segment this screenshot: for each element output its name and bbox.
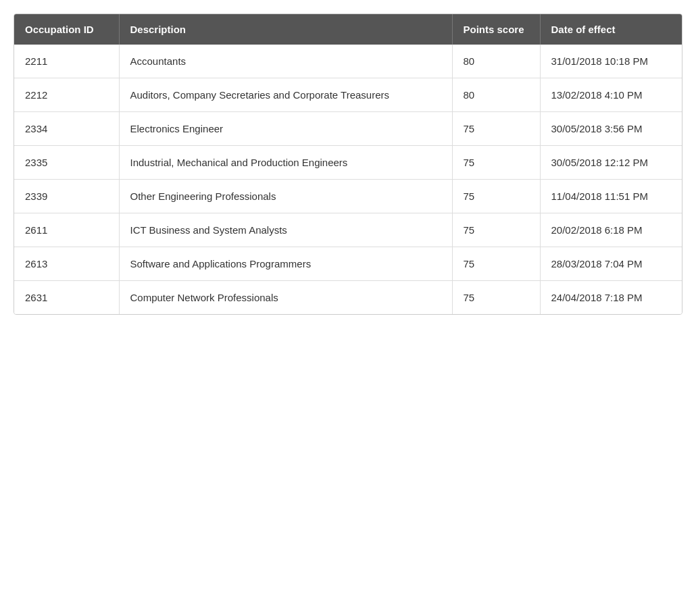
table-row: 2335Industrial, Mechanical and Productio… (14, 146, 682, 180)
header-occupation-id: Occupation ID (14, 14, 119, 45)
header-date-of-effect: Date of effect (540, 14, 682, 45)
table-row: 2631Computer Network Professionals7524/0… (14, 281, 682, 315)
cell-occupation-id: 2211 (14, 45, 119, 78)
cell-points-score: 75 (452, 281, 540, 315)
cell-date-of-effect: 28/03/2018 7:04 PM (540, 247, 682, 281)
cell-date-of-effect: 11/04/2018 11:51 PM (540, 180, 682, 213)
cell-date-of-effect: 13/02/2018 4:10 PM (540, 78, 682, 112)
table-row: 2212Auditors, Company Secretaries and Co… (14, 78, 682, 112)
table-row: 2611ICT Business and System Analysts7520… (14, 213, 682, 247)
cell-occupation-id: 2212 (14, 78, 119, 112)
table-row: 2211Accountants8031/01/2018 10:18 PM (14, 45, 682, 78)
table-header-row: Occupation ID Description Points score D… (14, 14, 682, 45)
cell-description: ICT Business and System Analysts (119, 213, 452, 247)
cell-points-score: 80 (452, 78, 540, 112)
table-body: 2211Accountants8031/01/2018 10:18 PM2212… (14, 45, 682, 314)
cell-points-score: 75 (452, 213, 540, 247)
cell-occupation-id: 2335 (14, 146, 119, 180)
cell-occupation-id: 2334 (14, 112, 119, 146)
cell-date-of-effect: 24/04/2018 7:18 PM (540, 281, 682, 315)
cell-date-of-effect: 31/01/2018 10:18 PM (540, 45, 682, 78)
table-row: 2334Electronics Engineer7530/05/2018 3:5… (14, 112, 682, 146)
cell-description: Other Engineering Professionals (119, 180, 452, 213)
table-row: 2613Software and Applications Programmer… (14, 247, 682, 281)
cell-points-score: 75 (452, 247, 540, 281)
cell-description: Electronics Engineer (119, 112, 452, 146)
occupation-table-wrapper: Occupation ID Description Points score D… (14, 14, 682, 315)
cell-points-score: 75 (452, 146, 540, 180)
cell-points-score: 75 (452, 112, 540, 146)
cell-description: Auditors, Company Secretaries and Corpor… (119, 78, 452, 112)
cell-date-of-effect: 30/05/2018 3:56 PM (540, 112, 682, 146)
cell-description: Computer Network Professionals (119, 281, 452, 315)
cell-occupation-id: 2339 (14, 180, 119, 213)
cell-description: Accountants (119, 45, 452, 78)
cell-description: Software and Applications Programmers (119, 247, 452, 281)
cell-points-score: 75 (452, 180, 540, 213)
table-row: 2339Other Engineering Professionals7511/… (14, 180, 682, 213)
header-points-score: Points score (452, 14, 540, 45)
cell-occupation-id: 2611 (14, 213, 119, 247)
cell-occupation-id: 2631 (14, 281, 119, 315)
cell-points-score: 80 (452, 45, 540, 78)
cell-occupation-id: 2613 (14, 247, 119, 281)
cell-date-of-effect: 20/02/2018 6:18 PM (540, 213, 682, 247)
cell-date-of-effect: 30/05/2018 12:12 PM (540, 146, 682, 180)
occupation-table: Occupation ID Description Points score D… (14, 14, 682, 314)
cell-description: Industrial, Mechanical and Production En… (119, 146, 452, 180)
header-description: Description (119, 14, 452, 45)
